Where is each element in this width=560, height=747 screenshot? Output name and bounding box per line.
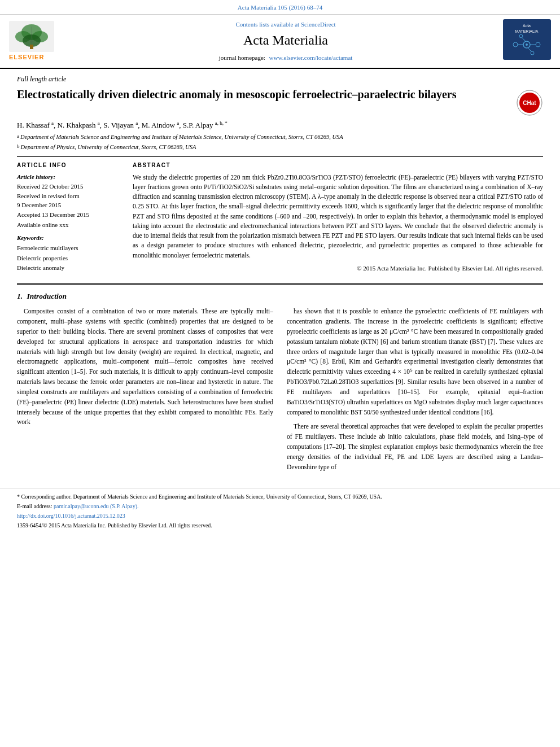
revised-text: Received in revised form bbox=[17, 193, 80, 199]
revised-date: Received in revised form 9 December 2015 bbox=[17, 192, 121, 209]
issn-line: 1359-6454/© 2015 Acta Materialia Inc. Pu… bbox=[17, 522, 543, 530]
affil-b: b Department of Physics, University of C… bbox=[17, 143, 543, 152]
intro-para-1: Composites consist of a combination of t… bbox=[17, 307, 273, 427]
sciencedirect-line: Contents lists available at ScienceDirec… bbox=[77, 20, 495, 29]
acta-materialia-logo-icon: Acta MATERIALIA bbox=[503, 19, 551, 60]
article-info-heading: ARTICLE INFO bbox=[17, 161, 121, 169]
email-label: E-mail address: bbox=[17, 503, 52, 509]
elsevier-wordmark: ELSEVIER bbox=[9, 53, 44, 62]
revised-date-val: 9 December 2015 bbox=[17, 202, 61, 208]
affil-a-sup: a bbox=[17, 133, 19, 141]
abstract-text: We study the dielectric properties of 22… bbox=[133, 173, 543, 273]
article-info-column: ARTICLE INFO Article history: Received 2… bbox=[17, 161, 121, 277]
sciencedirect-link[interactable]: ScienceDirect bbox=[301, 21, 336, 28]
keyword-1: Ferroelectric multilayers bbox=[17, 244, 121, 252]
intro-right-col: has shown that it is possible to enhance… bbox=[287, 307, 543, 477]
intro-para-2: has shown that it is possible to enhance… bbox=[287, 307, 543, 417]
history-label: Article history: bbox=[17, 173, 121, 181]
accepted-date: Accepted 13 December 2015 bbox=[17, 211, 121, 219]
journal-header: ELSEVIER Contents lists available at Sci… bbox=[0, 15, 560, 68]
svg-text:MATERIALIA: MATERIALIA bbox=[515, 29, 538, 33]
abstract-body: We study the dielectric properties of 22… bbox=[133, 173, 543, 260]
section-divider bbox=[17, 156, 543, 157]
article-title: Electrostatically driven dielectric anom… bbox=[17, 87, 510, 102]
abstract-column: ABSTRACT We study the dielectric propert… bbox=[133, 161, 543, 277]
keyword-3: Dielectric anomaly bbox=[17, 264, 121, 272]
article-section: Full length article Electrostatically dr… bbox=[0, 69, 560, 277]
footer: * Corresponding author. Department of Ma… bbox=[0, 488, 560, 533]
svg-point-13 bbox=[526, 43, 528, 46]
keywords-label: Keywords: bbox=[17, 234, 121, 242]
affil-a: a Department of Materials Science and En… bbox=[17, 133, 543, 142]
journal-homepage: journal homepage: www.elsevier.com/locat… bbox=[77, 54, 495, 62]
intro-left-col: Composites consist of a combination of t… bbox=[17, 307, 273, 477]
keyword-2: Dielectric properties bbox=[17, 254, 121, 263]
article-type: Full length article bbox=[17, 75, 543, 84]
journal-title: Acta Materialia bbox=[77, 31, 495, 50]
corresponding-note: * Corresponding author. Department of Ma… bbox=[17, 493, 543, 501]
section-title-text: Introduction bbox=[27, 292, 67, 300]
keywords-block: Keywords: Ferroelectric multilayers Diel… bbox=[17, 234, 121, 273]
acta-logo-block: Acta MATERIALIA bbox=[495, 19, 551, 63]
section-break-divider bbox=[17, 283, 543, 285]
info-abstract-columns: ARTICLE INFO Article history: Received 2… bbox=[17, 161, 543, 277]
elsevier-tree-icon bbox=[9, 21, 54, 52]
section-number: 1. bbox=[17, 292, 23, 300]
intro-para-3: There are several theoretical approaches… bbox=[287, 422, 543, 472]
abstract-heading: ABSTRACT bbox=[133, 161, 543, 169]
copyright-line: © 2015 Acta Materialia Inc. Published by… bbox=[133, 264, 543, 273]
svg-text:CHat: CHat bbox=[523, 100, 536, 106]
affil-a-text: Department of Materials Science and Engi… bbox=[20, 133, 343, 142]
contents-text: Contents lists available at bbox=[235, 21, 299, 28]
homepage-url[interactable]: www.elsevier.com/locate/actamat bbox=[269, 54, 353, 61]
introduction-title: 1. Introduction bbox=[17, 291, 543, 302]
svg-text:Acta: Acta bbox=[523, 24, 531, 28]
elsevier-logo: ELSEVIER bbox=[9, 21, 77, 62]
affil-b-sup: b bbox=[17, 143, 20, 151]
online-date: Available online xxx bbox=[17, 221, 121, 229]
page: Acta Materialia 105 (2016) 68–74 bbox=[0, 0, 560, 747]
homepage-prefix: journal homepage: bbox=[219, 54, 265, 61]
elsevier-logo-block: ELSEVIER bbox=[9, 21, 77, 62]
crossmark-block: CHat bbox=[516, 89, 543, 119]
journal-title-block: Contents lists available at ScienceDirec… bbox=[77, 20, 495, 62]
introduction-columns: Composites consist of a combination of t… bbox=[17, 307, 543, 477]
affil-b-text: Department of Physics, University of Con… bbox=[21, 143, 196, 152]
affiliations: a Department of Materials Science and En… bbox=[17, 133, 543, 152]
journal-ref-text: Acta Materialia 105 (2016) 68–74 bbox=[238, 4, 322, 11]
journal-reference: Acta Materialia 105 (2016) 68–74 bbox=[0, 0, 560, 15]
received-date: Received 22 October 2015 bbox=[17, 182, 121, 191]
crossmark-icon: CHat bbox=[516, 89, 543, 116]
email-link[interactable]: pamir.alpay@uconn.edu (S.P. Alpay). bbox=[54, 503, 139, 509]
doi-link[interactable]: http://dx.doi.org/10.1016/j.actamat.2015… bbox=[17, 512, 543, 520]
email-note: E-mail address: pamir.alpay@uconn.edu (S… bbox=[17, 503, 543, 510]
article-history-block: Article history: Received 22 October 201… bbox=[17, 173, 121, 229]
svg-rect-5 bbox=[30, 45, 33, 49]
authors-line: H. Khassaf a, N. Khakpash a, S. Vijayan … bbox=[17, 120, 543, 131]
introduction-section: 1. Introduction Composites consist of a … bbox=[0, 291, 560, 477]
